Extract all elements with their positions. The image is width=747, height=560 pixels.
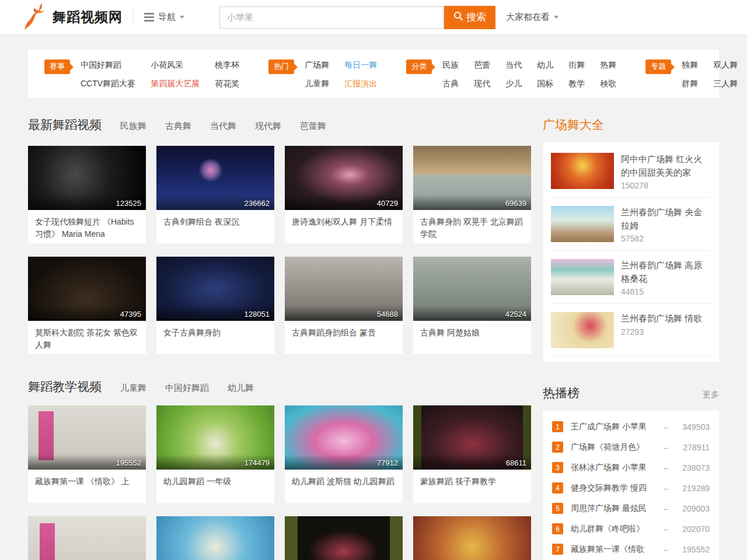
site-logo[interactable]: 舞蹈视频网 [23,2,123,33]
video-card[interactable] [285,516,403,560]
trend-indicator: – [655,504,677,513]
hot-list-item[interactable]: 5 周思萍广场舞 最炫民 – 209003 [552,498,710,519]
video-card[interactable]: 174479 幼儿园舞蹈 一年级 [156,405,274,503]
nav-link-highlighted[interactable]: 每日一舞 [344,60,377,71]
nav-link[interactable]: 中国好舞蹈 [81,60,135,71]
square-dance-item[interactable]: 兰州春韵广场舞 情歌 27293 [551,304,711,356]
square-dance-item[interactable]: 兰州春韵广场舞 央金拉姆 57582 [551,198,711,251]
nav-link[interactable]: CCTV舞蹈大赛 [81,78,135,89]
events-badge[interactable]: 赛事 [44,60,70,74]
nav-dropdown-label: 导航 [158,12,176,23]
chevron-down-icon [554,16,558,19]
tab-china-good-dance[interactable]: 中国好舞蹈 [165,383,209,394]
video-thumbnail: 68611 [413,405,531,470]
hot-badge[interactable]: 热门 [268,60,294,74]
nav-link-highlighted[interactable]: 第四届大艺展 [151,78,200,89]
nav-link[interactable]: 热舞 [600,60,616,71]
video-card[interactable]: 128051 女子古典舞身韵 [156,257,274,354]
tab-folk-dance[interactable]: 民族舞 [120,121,146,132]
video-card[interactable]: 236662 古典剑舞组合 夜深沉 [156,146,274,243]
video-title: 古典舞身韵 双晃手 北京舞蹈学院 [413,210,531,240]
nav-link[interactable]: 当代 [505,60,522,71]
nav-link[interactable]: 荷花奖 [215,78,239,89]
nav-link[interactable]: 独舞 [682,60,698,71]
tab-modern-dance[interactable]: 现代舞 [255,121,281,132]
hot-list-item[interactable]: 3 张林冰广场舞 小苹果 – 238073 [552,457,710,478]
tab-contemporary-dance[interactable]: 当代舞 [210,121,236,132]
video-title: 阿中中广场舞 红火火的中国甜美美的家 [621,153,711,179]
square-dance-item[interactable]: 兰州春韵广场舞 高原格桑花 44815 [551,251,711,304]
video-card[interactable]: 40729 唐诗逸刘彬双人舞 月下柔情 [285,146,403,243]
nav-link[interactable]: 秧歌 [600,78,616,89]
tab-children-dance[interactable]: 儿童舞 [120,383,146,394]
video-card[interactable]: 77912 幼儿舞蹈 波斯猫 幼儿园舞蹈 [285,405,403,503]
hot-list-item[interactable]: 1 王广成广场舞 小苹果 – 349503 [552,416,710,437]
nav-link[interactable]: 双人舞 [713,60,738,71]
video-title: 古典舞 阿楚姑娘 [413,321,531,339]
nav-group-events: 赛事 中国好舞蹈 CCTV舞蹈大赛 小荷风采 第四届大艺展 桃李杯 荷花奖 [44,60,254,89]
search-button[interactable]: 搜索 [444,6,495,29]
more-link[interactable]: 更多 [703,390,719,400]
nav-link[interactable]: 国标 [537,78,553,89]
nav-link[interactable]: 现代 [474,78,490,89]
video-card[interactable] [413,516,531,560]
video-card[interactable]: 195552 藏族舞第一课 《情歌》 上 [28,405,146,503]
categories-badge[interactable]: 分类 [406,60,432,74]
video-card[interactable]: 68611 蒙族舞蹈 筷子舞教学 [413,405,531,503]
video-card[interactable] [28,516,146,560]
nav-link[interactable]: 民族 [442,60,459,71]
view-count: 40729 [377,199,398,208]
nav-link[interactable]: 桃李杯 [215,60,239,71]
video-thumbnail [551,259,614,295]
nav-dropdown[interactable]: 导航 [144,12,184,23]
nav-group-hot: 热门 广场舞 儿童舞 每日一舞 汇报演出 [268,60,392,89]
nav-link[interactable]: 儿童舞 [305,78,329,89]
hot-list-item[interactable]: 6 幼儿群舞《咚吧啦》 – 202070 [552,519,710,539]
nav-link[interactable]: 群舞 [682,78,698,89]
nav-link[interactable]: 小荷风采 [151,60,200,71]
section-title-teaching: 舞蹈教学视频 [28,379,102,395]
tab-classical-dance[interactable]: 古典舞 [165,121,191,132]
nav-link[interactable]: 教学 [568,78,585,89]
search-button-label: 搜索 [466,10,486,24]
square-dance-item[interactable]: 阿中中广场舞 红火火的中国甜美美的家 150278 [551,145,711,198]
video-thumbnail: 42524 [413,257,531,321]
everyone-watching-dropdown[interactable]: 大家都在看 [506,12,558,23]
video-card[interactable]: 54688 古典舞蹈身韵组合 篆音 [285,257,403,354]
view-count: 57582 [621,234,711,243]
teaching-section-header: 舞蹈教学视频 儿童舞 中国好舞蹈 幼儿舞 [28,379,531,397]
nav-link-highlighted[interactable]: 汇报演出 [344,78,377,89]
nav-link[interactable]: 广场舞 [305,60,329,71]
tab-ballet[interactable]: 芭蕾舞 [300,121,326,132]
hot-list-item[interactable]: 7 藏族舞第一课《情歌 – 195552 [552,539,710,559]
hot-list-item[interactable]: 4 健身交际舞教学 慢四 – 219289 [552,478,710,498]
video-card[interactable]: 69639 古典舞身韵 双晃手 北京舞蹈学院 [413,146,531,243]
video-title: 兰州春韵广场舞 高原格桑花 [621,259,711,285]
video-thumbnail [551,312,614,348]
video-thumbnail: 69639 [413,146,531,210]
top-bar: 舞蹈视频网 导航 搜索 大家都在看 [0,0,747,35]
video-card[interactable]: 123525 女子现代独舞短片 《Habits 习惯》 Maria Mena [28,146,146,243]
video-title: 藏族舞第一课 《情歌》 上 [28,470,146,488]
nav-link[interactable]: 三人舞 [713,78,738,89]
hot-list-item[interactable]: 2 广场舞《荷塘月色》 – 278911 [552,437,710,457]
rank-badge: 7 [552,544,563,555]
topics-badge[interactable]: 专题 [645,60,671,74]
view-count: 68611 [506,459,526,467]
video-title: 王广成广场舞 小苹果 [571,422,655,432]
nav-link[interactable]: 少儿 [505,78,522,89]
header-divider [133,9,134,26]
video-card[interactable]: 42524 古典舞 阿楚姑娘 [413,257,531,354]
nav-link[interactable]: 芭蕾 [474,60,490,71]
search-input[interactable] [219,6,444,29]
video-card[interactable] [156,516,274,560]
nav-link[interactable]: 古典 [442,78,459,89]
video-thumbnail: 77912 [285,405,403,470]
tab-toddler-dance[interactable]: 幼儿舞 [228,383,254,394]
left-column: 最新舞蹈视频 民族舞 古典舞 当代舞 现代舞 芭蕾舞 123525 女子现代独舞… [28,117,531,560]
nav-link[interactable]: 街舞 [568,60,585,71]
view-count: 150278 [621,181,711,190]
view-count: 236662 [245,199,270,208]
nav-link[interactable]: 幼儿 [537,60,553,71]
video-card[interactable]: 47395 莫斯科大剧院 茶花女 紫色双人舞 [28,257,146,354]
